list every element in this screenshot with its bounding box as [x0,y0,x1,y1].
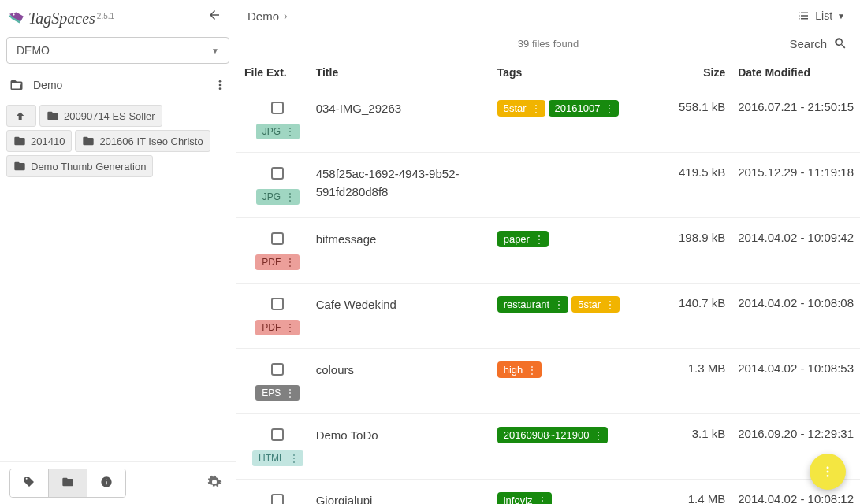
row-checkbox[interactable] [271,298,284,310]
back-button[interactable] [201,5,228,29]
table-row[interactable]: Giorgialupiinfoviz⋮1.4 MB2014.04.02 - 10… [236,480,860,505]
main-panel: Demo › List ▼ 39 files found Search File… [236,0,860,504]
settings-button[interactable] [203,470,226,496]
info-view-button[interactable] [87,469,125,497]
table-row[interactable]: JPG⋮034-IMG_292635star⋮20161007⋮558.1 kB… [236,87,860,153]
more-vert-icon[interactable]: ⋮ [527,365,537,376]
folder-tree-item[interactable]: 201410 [6,130,72,152]
file-title[interactable]: Demo ToDo [310,414,491,480]
info-icon [100,476,113,488]
file-list[interactable]: File Ext. Title Tags Size Date Modified … [236,58,860,504]
tag-badge[interactable]: paper⋮ [497,231,549,247]
file-tags-cell: high⋮ [491,349,672,414]
file-size: 140.7 kB [672,284,732,349]
file-title[interactable]: Cafe Wedekind [310,284,491,349]
file-title[interactable]: Giorgialupi [310,480,491,505]
col-header-size[interactable]: Size [672,58,732,87]
tags-icon [23,476,35,488]
tags-view-button[interactable] [10,469,49,497]
tag-label: infoviz [504,495,533,504]
file-title[interactable]: colours [310,349,491,414]
location-selected: DEMO [17,44,50,57]
table-row[interactable]: PDF⋮Cafe Wedekindrestaurant⋮5star⋮140.7 … [236,284,860,349]
file-title[interactable]: bitmessage [310,218,491,284]
tag-badge[interactable]: 20161007⋮ [549,100,620,117]
view-mode-dropdown[interactable]: List ▼ [792,6,849,25]
level-up-icon [15,109,28,122]
more-vert-icon[interactable]: ⋮ [538,495,547,505]
caret-down-icon: ▼ [837,12,845,20]
col-header-date[interactable]: Date Modified [732,58,860,87]
row-checkbox[interactable] [271,494,284,504]
more-vert-icon[interactable]: ⋮ [285,258,295,267]
table-row[interactable]: JPG⋮458f25ac-1692-4943-9b52-591fd280d8f8… [236,153,860,218]
col-header-ext[interactable]: File Ext. [236,58,310,87]
ext-badge[interactable]: HTML⋮ [252,450,303,466]
svg-point-3 [219,87,222,90]
tag-label: 5star [504,102,527,114]
more-vert-icon[interactable]: ⋮ [285,127,295,136]
tag-badge[interactable]: 5star⋮ [497,100,545,117]
file-tags-cell [491,153,672,218]
tag-badge[interactable]: high⋮ [497,361,542,378]
more-vert-icon[interactable]: ⋮ [285,388,295,398]
tag-badge[interactable]: 5star⋮ [571,296,620,313]
breadcrumb[interactable]: Demo › [248,9,288,23]
ext-badge[interactable]: PDF⋮ [255,254,300,270]
row-checkbox[interactable] [271,232,284,245]
ext-badge[interactable]: JPG⋮ [256,189,300,205]
more-vert-icon[interactable]: ⋮ [605,299,615,310]
ext-badge[interactable]: EPS⋮ [255,385,300,401]
more-vert-icon[interactable]: ⋮ [605,103,614,114]
row-checkbox[interactable] [271,102,284,114]
sidebar-footer [0,461,236,504]
file-size: 1.4 MB [672,480,732,505]
more-vert-icon[interactable] [214,79,226,91]
toolbar-row: 39 files found Search [236,28,860,58]
folder-up-button[interactable] [6,105,36,127]
folder-tree: 20090714 ES Soller 201410 201606 IT Iseo… [0,100,236,182]
main-header: Demo › List ▼ [236,0,860,28]
table-row[interactable]: EPS⋮colourshigh⋮1.3 MB2014.04.02 - 10:08… [236,349,860,414]
row-checkbox[interactable] [271,363,284,376]
more-vert-icon[interactable]: ⋮ [554,299,564,310]
row-checkbox[interactable] [271,167,284,180]
more-vert-icon[interactable]: ⋮ [531,103,541,114]
file-title[interactable]: 034-IMG_29263 [310,87,491,153]
svg-point-1 [219,80,222,83]
file-date: 2014.04.02 - 10:08:08 [732,284,860,349]
tag-badge[interactable]: restaurant⋮ [497,296,569,313]
tag-badge[interactable]: infoviz⋮ [497,492,552,504]
file-title[interactable]: 458f25ac-1692-4943-9b52-591fd280d8f8 [310,153,491,218]
location-dropdown[interactable]: DEMO ▼ [6,37,229,64]
folder-tree-item[interactable]: Demo Thumb Generation [6,155,153,177]
tag-label: restaurant [504,298,550,310]
ext-label: JPG [262,126,281,137]
tag-label: 5star [578,298,601,310]
folder-tree-item[interactable]: 201606 IT Iseo Christo [75,130,210,152]
tag-badge[interactable]: 20160908~121900⋮ [497,427,609,443]
folder-icon [13,160,26,172]
search-button[interactable]: Search [789,36,847,50]
col-header-title[interactable]: Title [310,58,491,87]
svg-point-5 [827,471,829,473]
more-vert-icon[interactable]: ⋮ [285,192,295,202]
ext-badge[interactable]: PDF⋮ [255,320,300,335]
fab-button[interactable] [810,454,846,490]
col-header-tags[interactable]: Tags [491,58,672,87]
folders-view-button[interactable] [49,469,87,497]
more-vert-icon[interactable]: ⋮ [594,430,603,441]
more-vert-icon[interactable]: ⋮ [285,323,295,332]
folder-tree-item[interactable]: 20090714 ES Soller [39,105,162,127]
svg-point-6 [827,475,829,477]
more-vert-icon[interactable]: ⋮ [289,454,299,463]
table-row[interactable]: PDF⋮bitmessagepaper⋮198.9 kB2014.04.02 -… [236,218,860,284]
ext-badge[interactable]: JPG⋮ [256,124,300,139]
tag-label: 20161007 [555,102,601,114]
row-checkbox[interactable] [271,428,284,441]
more-vert-icon[interactable]: ⋮ [534,234,544,245]
current-folder-label: Demo [33,79,62,91]
table-row[interactable]: HTML⋮Demo ToDo20160908~121900⋮3.1 kB2016… [236,414,860,480]
app-logo[interactable]: TagSpaces 2.5.1 [8,6,114,28]
tag-icon [8,9,25,27]
